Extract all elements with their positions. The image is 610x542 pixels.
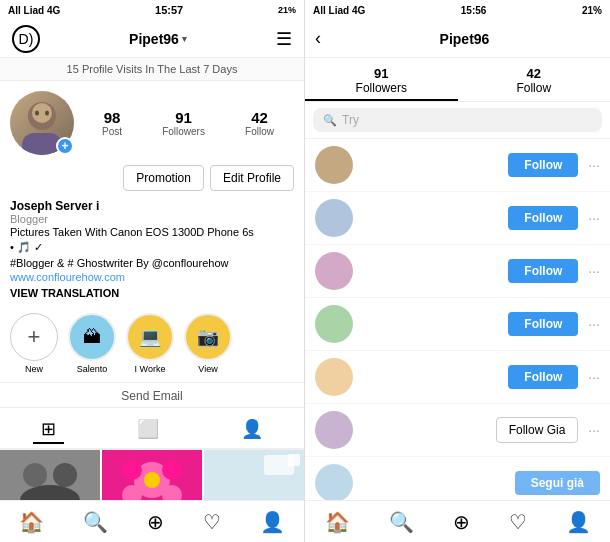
battery-left: 21% bbox=[278, 5, 296, 15]
photo-grid bbox=[0, 450, 304, 500]
nav-heart-icon[interactable]: ♡ bbox=[509, 510, 527, 534]
send-email-row[interactable]: Send Email bbox=[0, 383, 304, 408]
right-bottom-nav: 🏠 🔍 ⊕ ♡ 👤 bbox=[305, 500, 610, 542]
nav-home-icon[interactable]: 🏠 bbox=[325, 510, 350, 534]
menu-icon[interactable]: ☰ bbox=[276, 28, 292, 50]
profile-info: + 98 Post 91 Followers 42 Follow bbox=[0, 81, 304, 161]
more-dots-icon[interactable]: ··· bbox=[588, 157, 600, 173]
iworke-circle: 💻 bbox=[126, 313, 174, 361]
more-dots-icon[interactable]: ··· bbox=[588, 422, 600, 438]
more-dots-icon[interactable]: ··· bbox=[588, 263, 600, 279]
time-left: 15:57 bbox=[155, 4, 183, 16]
story-view[interactable]: 📷 View bbox=[184, 313, 232, 374]
follower-avatar bbox=[315, 146, 353, 184]
posts-label: Post bbox=[102, 126, 122, 137]
visits-banner: 15 Profile Visits In The Last 7 Days bbox=[0, 58, 304, 81]
time-right: 15:56 bbox=[461, 5, 487, 16]
carrier-right: All Liad 4G bbox=[313, 5, 365, 16]
stat-following: 42 Follow bbox=[245, 109, 274, 137]
following-count: 42 bbox=[251, 109, 268, 126]
following-label: Follow bbox=[245, 126, 274, 137]
bio-section: Joseph Server i Blogger Pictures Taken W… bbox=[0, 199, 304, 305]
story-iworke[interactable]: 💻 I Worke bbox=[126, 313, 174, 374]
right-status-bar: All Liad 4G 15:56 21% bbox=[305, 0, 610, 20]
username-row[interactable]: Pipet96 ▾ bbox=[129, 31, 187, 47]
follow-button[interactable]: Follow bbox=[508, 153, 578, 177]
photo-cell[interactable] bbox=[0, 450, 100, 500]
segui-gia-button[interactable]: Segui già bbox=[515, 471, 600, 495]
svg-point-3 bbox=[35, 111, 39, 116]
tab-followers[interactable]: 91 Followers bbox=[305, 58, 458, 101]
followers-tab-label: Followers bbox=[356, 81, 407, 95]
nav-add-icon[interactable]: ⊕ bbox=[453, 510, 470, 534]
tab-single[interactable]: ⬜ bbox=[129, 416, 167, 444]
svg-rect-17 bbox=[264, 455, 294, 475]
bio-extra2: #Blogger & # Ghostwriter By @confloureho… bbox=[10, 256, 294, 271]
nav-search-icon[interactable]: 🔍 bbox=[389, 510, 414, 534]
follower-avatar bbox=[315, 411, 353, 449]
list-item: Follow Gia ··· bbox=[305, 404, 610, 457]
view-translation[interactable]: VIEW TRANSLATION bbox=[10, 283, 294, 299]
tab-grid[interactable]: ⊞ bbox=[33, 416, 64, 444]
following-tab-label: Follow bbox=[516, 81, 551, 95]
edit-profile-button[interactable]: Edit Profile bbox=[210, 165, 294, 191]
battery-right: 21% bbox=[582, 5, 602, 16]
svg-point-11 bbox=[144, 472, 160, 488]
list-item: Segui già bbox=[305, 457, 610, 500]
follow-button[interactable]: Follow bbox=[508, 365, 578, 389]
stories-row: + New 🏔 Salento 💻 I Worke 📷 View bbox=[0, 305, 304, 383]
follow-button[interactable]: Follow bbox=[508, 312, 578, 336]
follower-avatar bbox=[315, 464, 353, 500]
nav-home-icon[interactable]: 🏠 bbox=[19, 510, 44, 534]
photo-cell[interactable] bbox=[204, 450, 304, 500]
story-iworke-label: I Worke bbox=[135, 364, 166, 374]
story-salento[interactable]: 🏔 Salento bbox=[68, 313, 116, 374]
following-tab-num: 42 bbox=[458, 66, 611, 81]
carrier-left: All Liad 4G bbox=[8, 5, 60, 16]
right-username: Pipet96 bbox=[329, 31, 600, 47]
more-dots-icon[interactable]: ··· bbox=[588, 210, 600, 226]
list-item: Follow ··· bbox=[305, 298, 610, 351]
bio-link[interactable]: www.conflourehow.com bbox=[10, 271, 294, 283]
back-arrow-icon[interactable]: ‹ bbox=[315, 28, 321, 49]
tab-tagged[interactable]: 👤 bbox=[233, 416, 271, 444]
followers-count: 91 bbox=[175, 109, 192, 126]
nav-heart-icon[interactable]: ♡ bbox=[203, 510, 221, 534]
follow-gia-button[interactable]: Follow Gia bbox=[496, 417, 579, 443]
followers-tab-num: 91 bbox=[305, 66, 458, 81]
follower-avatar bbox=[315, 305, 353, 343]
photo-cell[interactable] bbox=[102, 450, 202, 500]
left-bottom-nav: 🏠 🔍 ⊕ ♡ 👤 bbox=[0, 500, 304, 542]
more-dots-icon[interactable]: ··· bbox=[588, 369, 600, 385]
right-header: ‹ Pipet96 bbox=[305, 20, 610, 58]
stat-posts: 98 Post bbox=[102, 109, 122, 137]
left-header-nav: D) Pipet96 ▾ ☰ bbox=[0, 20, 304, 58]
follower-avatar bbox=[315, 199, 353, 237]
more-dots-icon[interactable]: ··· bbox=[588, 316, 600, 332]
follow-button[interactable]: Follow bbox=[508, 259, 578, 283]
story-new[interactable]: + New bbox=[10, 313, 58, 374]
search-input-wrap[interactable]: 🔍 Try bbox=[313, 108, 602, 132]
nav-search-icon[interactable]: 🔍 bbox=[83, 510, 108, 534]
promotion-button[interactable]: Promotion bbox=[123, 165, 204, 191]
followers-label: Followers bbox=[162, 126, 205, 137]
nav-profile-icon[interactable]: 👤 bbox=[260, 510, 285, 534]
bio-desc: Pictures Taken With Canon EOS 1300D Phon… bbox=[10, 225, 294, 240]
svg-point-4 bbox=[45, 111, 49, 116]
nav-profile-icon[interactable]: 👤 bbox=[566, 510, 591, 534]
right-panel: All Liad 4G 15:56 21% ‹ Pipet96 91 Follo… bbox=[305, 0, 610, 542]
nav-add-icon[interactable]: ⊕ bbox=[147, 510, 164, 534]
left-username: Pipet96 bbox=[129, 31, 179, 47]
tab-following[interactable]: 42 Follow bbox=[458, 58, 611, 101]
svg-point-12 bbox=[122, 460, 142, 480]
stats-row: 98 Post 91 Followers 42 Follow bbox=[82, 109, 294, 137]
bio-tag: Blogger bbox=[10, 213, 294, 225]
avatar-wrap: + bbox=[10, 91, 74, 155]
action-buttons: Promotion Edit Profile bbox=[0, 161, 304, 199]
add-story-icon[interactable]: + bbox=[56, 137, 74, 155]
view-circle: 📷 bbox=[184, 313, 232, 361]
svg-point-7 bbox=[53, 463, 77, 487]
follow-button[interactable]: Follow bbox=[508, 206, 578, 230]
bio-name: Joseph Server i bbox=[10, 199, 294, 213]
search-icon: 🔍 bbox=[323, 114, 337, 127]
